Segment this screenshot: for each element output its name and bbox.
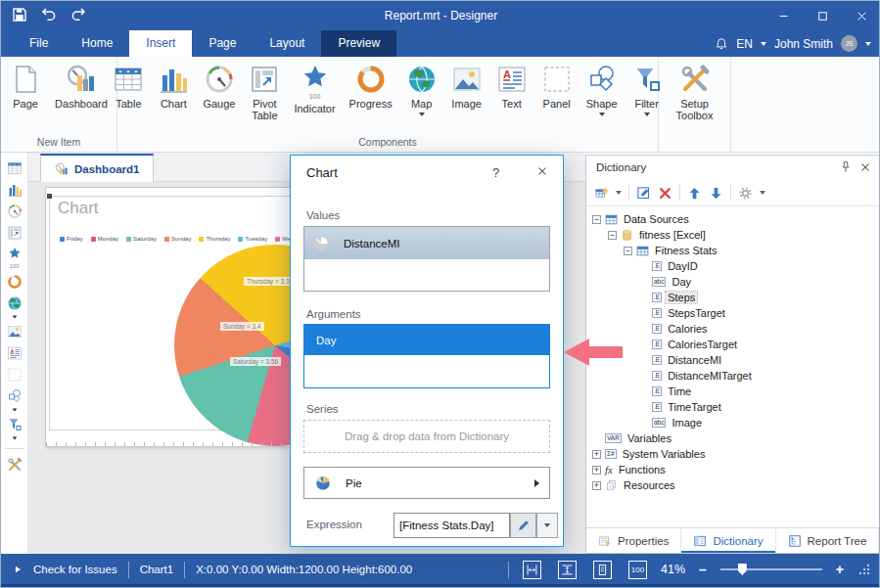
tree-node-time[interactable]: .ETime: [586, 384, 880, 399]
minimize-button[interactable]: [764, 1, 803, 30]
zoom-out-button[interactable]: –: [699, 563, 707, 576]
expand-icon[interactable]: +: [592, 481, 601, 490]
ribbon-item-pivot-table[interactable]: Pivot Table: [242, 62, 287, 123]
setup-toolbox-icon[interactable]: [7, 457, 23, 473]
panel-tab-dictionary[interactable]: Dictionary: [681, 528, 775, 553]
ribbon-item-setup-toolbox[interactable]: Setup Toolbox: [661, 62, 729, 123]
new-datasource-icon[interactable]: [594, 186, 609, 201]
panel-tab-report-tree[interactable]: Report Tree: [776, 528, 880, 553]
panel-tab-properties[interactable]: Properties: [586, 528, 681, 553]
arguments-item-day[interactable]: Day: [304, 325, 549, 355]
tree-node-distancemitarget[interactable]: .EDistanceMITarget: [586, 368, 880, 384]
settings-gear-icon[interactable]: [738, 186, 753, 201]
zoom-page-height-button[interactable]: [558, 561, 577, 579]
zoom-in-button[interactable]: +: [836, 563, 844, 576]
menu-tab-layout[interactable]: Layout: [253, 30, 321, 57]
tree-node-distancemi[interactable]: .EDistanceMI: [586, 352, 880, 368]
menu-tab-page[interactable]: Page: [192, 30, 253, 57]
ribbon-item-indicator[interactable]: 100Indicator: [287, 62, 342, 116]
edit-icon[interactable]: [636, 186, 651, 201]
ribbon-item-dashboard[interactable]: Dashboard: [48, 62, 115, 112]
check-issues-play-icon[interactable]: [13, 565, 23, 574]
maximize-button[interactable]: [803, 1, 842, 30]
image-icon[interactable]: [7, 324, 23, 339]
dialog-close-icon[interactable]: [535, 164, 549, 178]
zoom-100-button[interactable]: 100: [628, 561, 647, 579]
expand-icon[interactable]: +: [592, 466, 601, 475]
tree-node-caloriestarget[interactable]: .ECaloriesTarget: [586, 337, 880, 352]
dropdown-caret-icon[interactable]: [12, 436, 17, 439]
zoom-one-page-button[interactable]: [593, 561, 612, 579]
menu-tab-insert[interactable]: Insert: [129, 30, 192, 57]
expression-input[interactable]: [Fitness Stats.Day]: [394, 513, 510, 538]
pivot-table-icon[interactable]: [7, 225, 23, 241]
pin-icon[interactable]: [839, 160, 853, 174]
tree-node-calories[interactable]: .ECalories: [586, 321, 880, 337]
ribbon-item-progress[interactable]: Progress: [343, 62, 399, 112]
collapse-icon[interactable]: −: [624, 247, 632, 255]
tree-node-dayid[interactable]: .EDayID: [586, 258, 880, 274]
menu-tab-preview[interactable]: Preview: [321, 30, 396, 57]
tree-node-functions[interactable]: +fxFunctions: [586, 462, 880, 477]
tree-node-resources[interactable]: +Resources: [586, 477, 880, 493]
tree-node-image[interactable]: abcImage: [586, 415, 880, 430]
chart-icon[interactable]: [7, 182, 23, 198]
tree-node-system-variables[interactable]: +Σ#System Variables: [586, 446, 880, 462]
indicator-icon[interactable]: [7, 247, 23, 262]
move-down-icon[interactable]: [709, 186, 723, 201]
language-selector[interactable]: EN: [736, 37, 753, 51]
dropdown-caret-icon[interactable]: [616, 191, 622, 195]
tree-node-fitness-stats[interactable]: −Fitness Stats: [586, 243, 880, 258]
user-menu-caret-icon[interactable]: [865, 42, 871, 46]
delete-icon[interactable]: [658, 186, 672, 201]
collapse-icon[interactable]: −: [608, 231, 617, 240]
user-avatar[interactable]: JS: [841, 35, 857, 52]
shape-icon[interactable]: [7, 388, 23, 404]
collapse-icon[interactable]: −: [592, 215, 601, 224]
expression-dropdown-button[interactable]: [536, 513, 558, 538]
dropdown-caret-icon[interactable]: [12, 408, 17, 411]
ribbon-item-shape[interactable]: Shape: [579, 62, 625, 118]
ribbon-item-image[interactable]: Image: [444, 62, 489, 112]
values-list[interactable]: DistanceMI: [303, 226, 550, 292]
expand-icon[interactable]: +: [592, 450, 601, 459]
menu-tab-file[interactable]: File: [13, 30, 65, 57]
ribbon-item-chart[interactable]: Chart: [151, 62, 196, 112]
series-dropzone[interactable]: Drag & drop data from Dictionary: [303, 420, 550, 453]
values-item-distancemi[interactable]: DistanceMI: [304, 227, 549, 259]
map-icon[interactable]: [7, 295, 23, 311]
dropdown-caret-icon[interactable]: [760, 191, 765, 195]
filter-icon[interactable]: [7, 417, 23, 432]
ribbon-item-map[interactable]: Map: [399, 62, 444, 118]
bell-icon[interactable]: [715, 37, 728, 51]
table-icon[interactable]: [7, 160, 23, 176]
expression-edit-button[interactable]: [510, 513, 536, 538]
check-issues-button[interactable]: Check for Issues: [33, 564, 117, 575]
language-caret-icon[interactable]: [761, 42, 766, 46]
resize-grip-icon[interactable]: [857, 563, 871, 576]
tree-node-variables[interactable]: VARVariables: [586, 430, 880, 446]
tree-node-steps[interactable]: .ESteps: [586, 290, 880, 305]
close-button[interactable]: [842, 1, 880, 30]
zoom-slider-thumb[interactable]: [738, 564, 747, 575]
ribbon-item-table[interactable]: Table: [106, 62, 151, 112]
tree-node-stepstarget[interactable]: .EStepsTarget: [586, 305, 880, 321]
arguments-list[interactable]: Day: [303, 324, 550, 388]
help-button[interactable]: ?: [492, 165, 499, 180]
progress-icon[interactable]: [7, 274, 23, 290]
ribbon-item-gauge[interactable]: Gauge: [196, 62, 242, 112]
menu-tab-home[interactable]: Home: [65, 30, 129, 57]
gauge-icon[interactable]: [7, 204, 23, 219]
ribbon-item-panel[interactable]: Panel: [534, 62, 579, 112]
tree-node-timetarget[interactable]: .ETimeTarget: [586, 399, 880, 415]
panel-icon[interactable]: [7, 367, 23, 383]
tree-node-data-sources[interactable]: −Data Sources: [586, 211, 880, 227]
panel-close-icon[interactable]: [858, 160, 872, 174]
ribbon-item-page[interactable]: Page: [3, 62, 48, 112]
ribbon-item-text[interactable]: AText: [489, 62, 534, 112]
tree-node-fitness-excel[interactable]: −fitness [Excel]: [586, 227, 880, 243]
chart-type-dropdown[interactable]: Pie: [303, 467, 550, 499]
user-name[interactable]: John Smith: [774, 37, 833, 51]
text-icon[interactable]: A: [7, 345, 23, 361]
dropdown-caret-icon[interactable]: [12, 315, 17, 318]
